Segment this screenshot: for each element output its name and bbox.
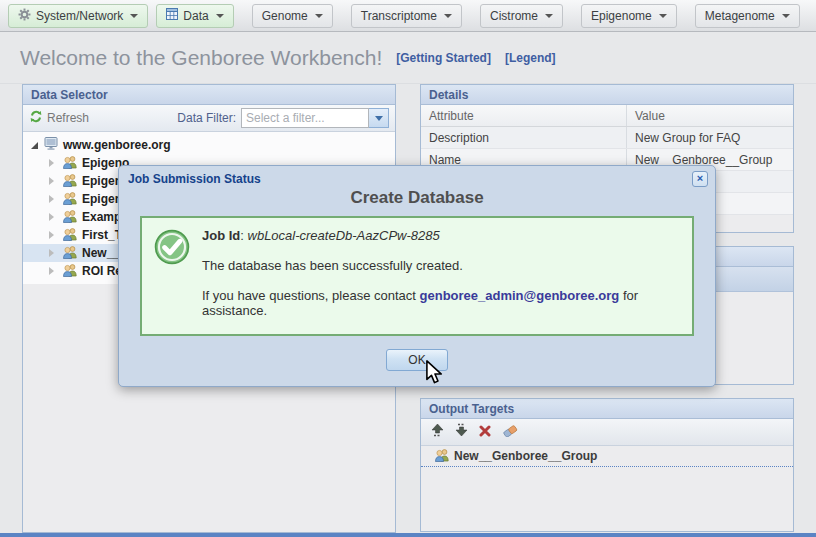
chevron-down-icon [315, 14, 323, 18]
tree-item-root[interactable]: www.genboree.org [23, 136, 395, 154]
arrow-up-icon [431, 423, 444, 441]
chevron-down-icon [216, 14, 224, 18]
job-id-value: wbLocal-createDb-AazCPw-8285 [248, 228, 440, 243]
dialog-message-text: Job Id: wbLocal-createDb-AazCPw-8285 The… [202, 228, 672, 324]
details-row: Description New Group for FAQ [421, 127, 793, 149]
arrow-down-icon [455, 423, 468, 441]
admin-email-link[interactable]: genboree_admin@genboree.org [420, 288, 620, 303]
legend-link[interactable]: [Legend] [505, 51, 556, 65]
eraser-icon [502, 423, 518, 441]
group-icon [62, 245, 78, 262]
bottom-border-bar [0, 533, 816, 537]
data-filter-label: Data Filter: [177, 111, 236, 125]
output-target-item[interactable]: New__Genboree__Group [421, 446, 793, 467]
chevron-down-icon [444, 14, 452, 18]
mouse-cursor [425, 360, 444, 388]
server-icon [44, 137, 59, 153]
tree-collapsed-icon[interactable] [49, 159, 54, 167]
dialog-titlebar[interactable]: Job Submission Status × [119, 166, 715, 187]
refresh-button[interactable]: Refresh [29, 110, 89, 126]
menu-label: Cistrome [490, 9, 538, 23]
success-message-box: Job Id: wbLocal-createDb-AazCPw-8285 The… [140, 216, 694, 336]
welcome-header: Welcome to the Genboree Workbench! [Gett… [0, 32, 816, 84]
menu-label: Data [183, 9, 208, 23]
tree-collapsed-icon[interactable] [49, 231, 54, 239]
data-filter-input[interactable] [241, 108, 369, 128]
success-message: The database has been successfully creat… [202, 258, 672, 273]
job-submission-dialog: Job Submission Status × Create Database … [118, 165, 716, 387]
gear-icon [18, 8, 31, 24]
job-id-line: Job Id: wbLocal-createDb-AazCPw-8285 [202, 228, 672, 243]
success-check-icon [154, 229, 190, 324]
dialog-heading: Create Database [119, 188, 715, 208]
refresh-icon [29, 110, 43, 126]
chevron-down-icon [545, 14, 553, 18]
group-icon [62, 191, 78, 208]
value-column-header: Value [626, 105, 793, 126]
tree-collapsed-icon[interactable] [49, 249, 54, 257]
group-icon [62, 173, 78, 190]
getting-started-link[interactable]: [Getting Started] [396, 51, 491, 65]
menu-system-network[interactable]: System/Network [8, 4, 148, 28]
data-filter-group: Data Filter: [177, 108, 389, 128]
contact-line: If you have questions, please contact ge… [202, 288, 672, 318]
tree-collapsed-icon[interactable] [49, 177, 54, 185]
attribute-cell: Description [421, 131, 626, 145]
tree-collapsed-icon[interactable] [49, 213, 54, 221]
group-icon [62, 209, 78, 226]
chevron-down-icon [130, 14, 138, 18]
value-cell: New Group for FAQ [626, 127, 793, 148]
menubar: System/Network Data Genome Transcriptome… [0, 0, 816, 32]
group-icon [62, 263, 78, 280]
data-filter-dropdown-button[interactable] [369, 108, 389, 128]
data-selector-toolbar: Refresh Data Filter: [23, 105, 395, 132]
job-id-label: Job Id [202, 228, 240, 243]
tree-item-label: www.genboree.org [63, 138, 171, 152]
tree-collapsed-icon[interactable] [49, 267, 54, 275]
output-targets-title: Output Targets [421, 399, 793, 419]
table-icon [166, 8, 178, 23]
output-targets-toolbar [421, 419, 793, 446]
page-title: Welcome to the Genboree Workbench! [20, 46, 382, 70]
chevron-down-icon [782, 14, 790, 18]
output-target-label: New__Genboree__Group [454, 449, 597, 463]
menu-label: Epigenome [591, 9, 652, 23]
remove-button[interactable] [479, 423, 491, 441]
menu-cistrome[interactable]: Cistrome [480, 4, 563, 28]
chevron-down-icon [659, 14, 667, 18]
move-down-button[interactable] [455, 423, 468, 441]
menu-label: System/Network [36, 9, 123, 23]
move-up-button[interactable] [431, 423, 444, 441]
attribute-column-header: Attribute [421, 109, 626, 123]
delete-x-icon [479, 423, 491, 441]
menu-data[interactable]: Data [156, 4, 233, 28]
group-icon [434, 448, 450, 465]
clear-all-button[interactable] [502, 423, 518, 441]
menu-epigenome[interactable]: Epigenome [581, 4, 677, 28]
menu-label: Metagenome [705, 9, 775, 23]
menu-transcriptome[interactable]: Transcriptome [351, 4, 462, 28]
data-selector-title: Data Selector [23, 85, 395, 105]
menu-genome[interactable]: Genome [252, 4, 333, 28]
menu-label: Genome [262, 9, 308, 23]
tree-collapsed-icon[interactable] [49, 195, 54, 203]
dialog-window-title: Job Submission Status [128, 172, 261, 186]
tree-expanded-icon[interactable] [31, 142, 38, 149]
menu-label: Transcriptome [361, 9, 437, 23]
group-icon [62, 155, 78, 172]
details-column-headers: Attribute Value [421, 105, 793, 127]
menu-metagenome[interactable]: Metagenome [695, 4, 800, 28]
output-targets-panel: Output Targets New__Genboree__Group [420, 398, 794, 532]
close-icon[interactable]: × [692, 171, 708, 187]
refresh-label: Refresh [47, 111, 89, 125]
group-icon [62, 227, 78, 244]
chevron-down-icon [375, 116, 383, 121]
details-title: Details [421, 85, 793, 105]
